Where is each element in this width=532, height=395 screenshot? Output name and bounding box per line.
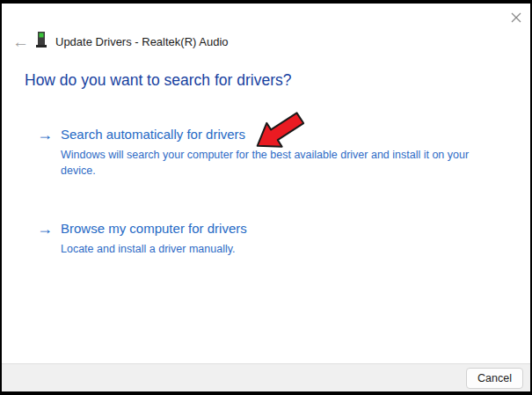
page-heading: How do you want to search for drivers? (25, 71, 291, 90)
close-button[interactable] (508, 10, 524, 26)
dialog-footer: Cancel (2, 363, 530, 391)
audio-device-icon (35, 32, 47, 52)
option-description: Windows will search your computer for th… (61, 147, 472, 179)
arrow-right-icon: → (37, 126, 61, 143)
wizard-header: ← Update Drivers - Realtek(R) Audio (12, 31, 229, 52)
option-browse-computer[interactable]: → Browse my computer for drivers Locate … (37, 220, 247, 257)
option-search-automatically[interactable]: → Search automatically for drivers Windo… (37, 126, 472, 179)
option-title[interactable]: Search automatically for drivers (61, 127, 245, 142)
update-drivers-wizard-dialog: ← Update Drivers - Realtek(R) Audio How … (0, 0, 532, 395)
close-icon (511, 12, 521, 23)
option-description: Locate and install a driver manually. (61, 241, 247, 257)
option-title[interactable]: Browse my computer for drivers (61, 221, 247, 236)
back-arrow-icon[interactable]: ← (12, 33, 35, 50)
window-title: Update Drivers - Realtek(R) Audio (55, 35, 229, 48)
cancel-button[interactable]: Cancel (466, 368, 523, 389)
arrow-right-icon: → (37, 220, 61, 238)
